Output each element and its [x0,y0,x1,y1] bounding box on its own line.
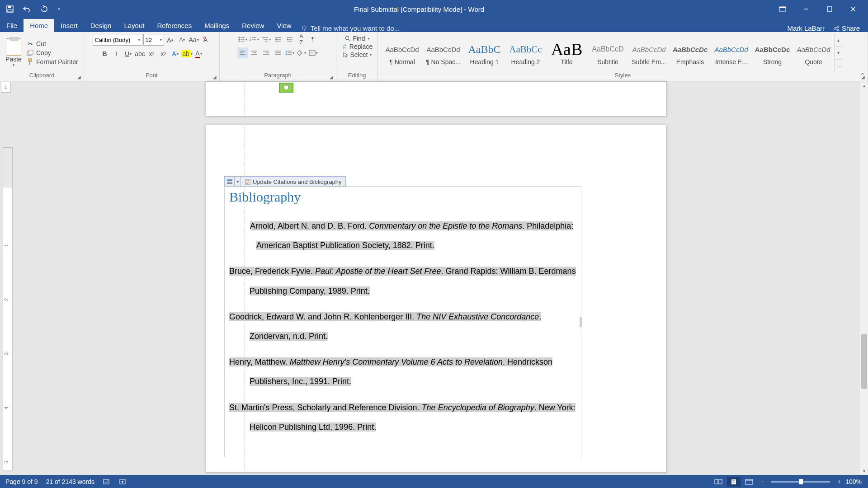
document-page[interactable]: ▾ Update Citations and Bibliography Bibl… [206,125,667,473]
cut-button[interactable]: ✂ Cut [26,40,78,47]
style-tile---no-spac---[interactable]: AaBbCcDd¶ No Spac... [423,34,464,72]
first-line-indent-marker[interactable] [279,83,293,93]
tell-me-search[interactable]: Tell me what you want to do... [301,24,400,32]
tab-selector[interactable]: L [1,82,11,93]
bibliography-field[interactable]: Bibliography Arnold, Albert N. and D. B.… [224,186,581,457]
replace-button[interactable]: Replace [341,43,373,50]
style-tile---normal[interactable]: AaBbCcDd¶ Normal [382,34,423,72]
borders-icon[interactable]: ▾ [308,47,319,58]
highlight-icon[interactable]: ab▾ [182,48,193,59]
style-tile-heading-1[interactable]: AaBbCHeading 1 [464,34,505,72]
select-button[interactable]: Select▾ [342,51,372,58]
gallery-more-icon[interactable]: ⎯▾ [835,60,842,72]
read-mode-icon[interactable] [712,477,725,487]
multilevel-list-icon[interactable]: ▾ [261,34,272,45]
paste-button[interactable]: Paste ▾ [4,38,24,67]
format-painter-button[interactable]: Format Painter [26,58,78,66]
page-indicator[interactable]: Page 9 of 9 [5,478,38,485]
web-layout-icon[interactable] [742,477,756,487]
gallery-down-icon[interactable]: ▾ [835,47,842,59]
strikethrough-icon[interactable]: abc [135,48,146,59]
bullets-icon[interactable]: ▾ [237,34,248,45]
show-hide-icon[interactable]: ¶ [308,34,319,45]
justify-icon[interactable] [273,47,283,58]
style-tile-subtitle[interactable]: AaBbCcDSubtitle [587,34,628,72]
tab-design[interactable]: Design [84,19,118,32]
font-color-icon[interactable]: A▾ [193,48,204,59]
scroll-thumb[interactable] [861,334,867,389]
word-count[interactable]: 21 of 2143 words [46,478,94,485]
update-citations-button[interactable]: Update Citations and Bibliography [241,178,345,185]
scroll-down-icon[interactable]: ▾ [860,467,868,475]
field-options-icon[interactable] [225,177,235,187]
decrease-indent-icon[interactable] [273,34,283,45]
style-tile-emphasis[interactable]: AaBbCcDcEmphasis [670,34,711,72]
maximize-icon[interactable] [819,3,840,15]
resize-handle[interactable] [580,317,582,327]
qat-customize-icon[interactable]: ▾ [56,4,61,14]
font-dialog-launcher[interactable]: ◢ [213,75,218,80]
paragraph-dialog-launcher[interactable]: ◢ [330,75,335,80]
tab-view[interactable]: View [270,19,297,32]
style-tile-quote[interactable]: AaBbCcDdQuote [793,34,834,72]
tab-file[interactable]: File [0,19,24,32]
align-center-icon[interactable] [249,47,260,58]
italic-icon[interactable]: I [111,48,122,59]
style-tile-heading-2[interactable]: AaBbCcHeading 2 [505,34,546,72]
macro-icon[interactable] [119,478,126,485]
zoom-slider[interactable] [771,481,830,483]
shading-icon[interactable]: ▾ [296,47,307,58]
document-page-prev[interactable] [206,81,667,117]
clipboard-dialog-launcher[interactable]: ◢ [77,75,83,80]
sort-icon[interactable]: AZ [296,34,307,45]
zoom-out-icon[interactable]: − [758,477,767,487]
vertical-ruler[interactable]: 1 2 3 4 5 [3,147,13,470]
find-button[interactable]: Find▾ [344,35,369,42]
gallery-up-icon[interactable]: ▴ [835,34,842,47]
scroll-up-icon[interactable]: ▴ [860,81,868,89]
style-tile-subtle-em---[interactable]: AaBbCcDdSubtle Em... [628,34,670,72]
undo-icon[interactable] [22,4,33,14]
text-effects-icon[interactable]: A▾ [170,48,181,59]
change-case-icon[interactable]: Aa▾ [189,34,199,45]
style-tile-strong[interactable]: AaBbCcDcStrong [752,34,793,72]
vertical-scrollbar[interactable]: ▴ ▾ [860,81,868,475]
subscript-icon[interactable]: x2 [146,48,157,59]
zoom-in-icon[interactable]: + [835,477,844,487]
tab-layout[interactable]: Layout [118,19,151,32]
numbering-icon[interactable]: 12▾ [249,34,260,45]
copy-button[interactable]: Copy [26,49,78,56]
bold-icon[interactable]: B [99,48,110,59]
save-icon[interactable] [5,4,15,14]
ribbon-display-options-icon[interactable] [772,3,793,15]
tab-insert[interactable]: Insert [54,19,84,32]
close-icon[interactable] [843,3,863,15]
font-size-combo[interactable]: 12▾ [143,34,164,46]
increase-indent-icon[interactable] [284,34,295,45]
minimize-icon[interactable] [796,3,816,15]
collapse-ribbon-icon[interactable]: ⌃ [860,72,865,79]
tab-review[interactable]: Review [236,19,270,32]
style-tile-intense-e---[interactable]: AaBbCcDdIntense E... [711,34,752,72]
underline-icon[interactable]: U▾ [123,48,134,59]
user-name[interactable]: Mark LaBarr [787,24,825,32]
zoom-level[interactable]: 100% [845,478,862,485]
style-tile-title[interactable]: AaBTitle [546,34,587,72]
superscript-icon[interactable]: x2 [158,48,169,59]
tab-mailings[interactable]: Mailings [198,19,236,32]
spellcheck-icon[interactable] [103,478,111,485]
tab-references[interactable]: References [151,19,198,32]
title-bar: ▾ Final Submittal [Compatibility Mode] -… [0,0,868,18]
clear-formatting-icon[interactable]: A⊘ [200,34,211,45]
grow-font-icon[interactable]: A▴ [165,34,176,45]
print-layout-icon[interactable] [727,477,741,487]
shrink-font-icon[interactable]: A▾ [177,34,188,45]
font-name-combo[interactable]: Calibri (Body)▾ [93,34,142,46]
align-right-icon[interactable] [261,47,272,58]
align-left-icon[interactable] [237,47,248,58]
redo-icon[interactable] [39,4,50,14]
tab-home[interactable]: Home [24,19,54,32]
line-spacing-icon[interactable]: ▾ [284,47,295,58]
field-dropdown-icon[interactable]: ▾ [235,177,241,187]
share-button[interactable]: Share [833,24,860,32]
